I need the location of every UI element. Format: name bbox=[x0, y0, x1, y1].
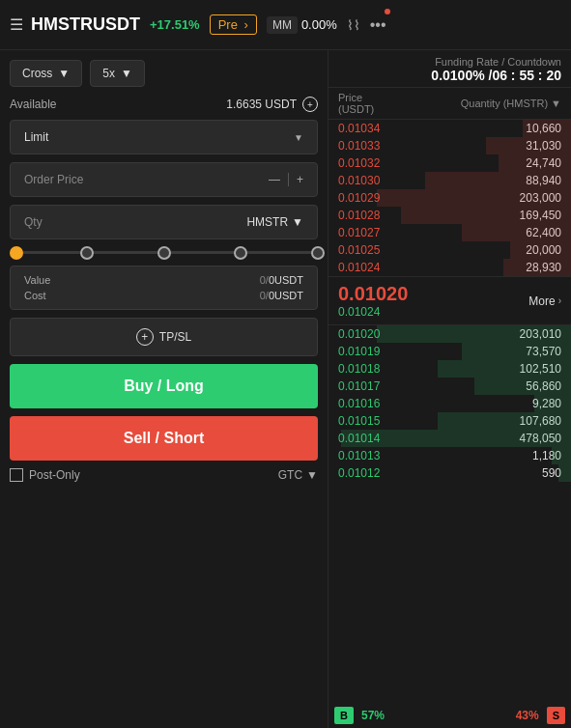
buy-price: 0.01016 bbox=[338, 397, 380, 410]
value-row: Value 0/0USDT bbox=[24, 274, 303, 286]
sell-price: 0.01027 bbox=[338, 226, 380, 239]
margin-leverage-row: Cross ▼ 5x ▼ bbox=[10, 60, 318, 87]
buy-order-row[interactable]: 0.01017 56,860 bbox=[328, 378, 571, 395]
sell-short-button[interactable]: Sell / Short bbox=[10, 416, 318, 461]
buy-order-row[interactable]: 0.01016 9,280 bbox=[328, 395, 571, 412]
trading-pair-title: HMSTRUSDT bbox=[31, 14, 140, 35]
cost-row: Cost 0/0USDT bbox=[24, 290, 303, 301]
sell-price: 0.01032 bbox=[338, 156, 380, 170]
qty-sort-icon[interactable]: ▼ bbox=[551, 98, 561, 109]
more-button[interactable]: More › bbox=[528, 294, 561, 308]
price-column-header: Price (USDT) bbox=[338, 92, 374, 115]
sell-order-row[interactable]: 0.01034 10,660 bbox=[328, 120, 571, 137]
header: ☰ HMSTRUSDT +17.51% Pre › MM 0.00% ⌇⌇ ••… bbox=[0, 0, 571, 50]
order-options-row: Post-Only GTC ▼ bbox=[10, 468, 318, 482]
buy-order-row[interactable]: 0.01013 1,180 bbox=[328, 447, 571, 464]
price-change: +17.51% bbox=[150, 17, 200, 32]
mm-badge: MM bbox=[267, 16, 298, 34]
orderbook-panel: Funding Rate / Countdown 0.0100% /06 : 5… bbox=[328, 50, 571, 728]
gtc-dropdown[interactable]: GTC ▼ bbox=[278, 468, 318, 482]
buy-sell-ratio-bar: B 57% 43% S bbox=[328, 703, 571, 728]
checkbox-icon[interactable] bbox=[10, 468, 23, 482]
sell-order-row[interactable]: 0.01025 20,000 bbox=[328, 241, 571, 259]
buy-percentage: 57% bbox=[361, 709, 385, 722]
sell-orders: 0.01034 10,660 0.01033 31,030 0.01032 24… bbox=[328, 120, 571, 276]
price-plus-icon[interactable]: + bbox=[297, 173, 303, 186]
tpsl-button[interactable]: + TP/SL bbox=[10, 318, 318, 356]
main-layout: Cross ▼ 5x ▼ Available 1.6635 USDT + Lim… bbox=[0, 50, 571, 728]
input-divider bbox=[288, 173, 289, 186]
qty-currency-label: HMSTR bbox=[246, 215, 288, 229]
qty-column-header[interactable]: Quantity (HMSTR) ▼ bbox=[461, 92, 561, 115]
sell-order-row[interactable]: 0.01030 88,940 bbox=[328, 172, 571, 189]
cost-label: Cost bbox=[24, 290, 46, 301]
slider-tick-25[interactable] bbox=[80, 246, 94, 260]
buy-price: 0.01015 bbox=[338, 414, 380, 428]
order-type-label: Limit bbox=[24, 130, 48, 144]
leverage-arrow-icon: ▼ bbox=[121, 67, 132, 80]
more-options-icon[interactable]: ••• bbox=[370, 16, 386, 34]
qty-arrow-icon[interactable]: ▼ bbox=[292, 215, 303, 229]
buy-order-row[interactable]: 0.01014 478,050 bbox=[328, 430, 571, 447]
add-funds-button[interactable]: + bbox=[302, 97, 318, 112]
slider-tick-100[interactable] bbox=[311, 246, 325, 260]
tpsl-label: TP/SL bbox=[159, 330, 191, 344]
sell-order-row[interactable]: 0.01032 24,740 bbox=[328, 154, 571, 172]
buy-label: B bbox=[334, 707, 354, 724]
order-panel: Cross ▼ 5x ▼ Available 1.6635 USDT + Lim… bbox=[0, 50, 328, 728]
gtc-arrow-icon: ▼ bbox=[306, 468, 318, 482]
buy-price: 0.01017 bbox=[338, 379, 380, 393]
buy-price: 0.01013 bbox=[338, 449, 380, 462]
pre-badge[interactable]: Pre › bbox=[210, 14, 257, 35]
waveform-icon[interactable]: ⌇⌇ bbox=[347, 17, 360, 33]
available-balance-row: Available 1.6635 USDT + bbox=[10, 97, 318, 112]
order-type-arrow-icon: ▼ bbox=[294, 132, 303, 143]
orderbook-header: Price (USDT) Quantity (HMSTR) ▼ bbox=[328, 88, 571, 120]
amount-slider[interactable] bbox=[10, 247, 318, 258]
funding-info: Funding Rate / Countdown 0.0100% /06 : 5… bbox=[328, 50, 571, 88]
slider-tick-50[interactable] bbox=[157, 246, 171, 260]
price-minus-icon[interactable]: — bbox=[269, 173, 280, 186]
buy-order-row[interactable]: 0.01018 102,510 bbox=[328, 360, 571, 378]
mid-price-row: 0.01020 0.01024 More › bbox=[328, 276, 571, 325]
sell-percentage: 43% bbox=[516, 709, 539, 722]
funding-rate-display: 0.00% bbox=[301, 17, 337, 32]
cross-select[interactable]: Cross ▼ bbox=[10, 60, 82, 87]
tpsl-plus-icon: + bbox=[136, 328, 154, 346]
sell-order-row[interactable]: 0.01027 62,400 bbox=[328, 224, 571, 241]
buy-order-row[interactable]: 0.01015 107,680 bbox=[328, 412, 571, 430]
order-price-placeholder: Order Price bbox=[24, 173, 83, 186]
available-value: 1.6635 USDT + bbox=[226, 97, 318, 112]
sell-order-row[interactable]: 0.01029 203,000 bbox=[328, 189, 571, 207]
funding-countdown: 0.0100% /06 : 55 : 20 bbox=[338, 68, 561, 83]
order-price-field[interactable]: Order Price — + bbox=[10, 162, 318, 197]
sell-order-row[interactable]: 0.01033 31,030 bbox=[328, 137, 571, 154]
quantity-field[interactable]: Qty HMSTR ▼ bbox=[10, 205, 318, 239]
buy-orders: 0.01020 203,010 0.01019 73,570 0.01018 1… bbox=[328, 325, 571, 482]
post-only-label: Post-Only bbox=[29, 468, 80, 482]
buy-long-button[interactable]: Buy / Long bbox=[10, 364, 318, 408]
sell-price: 0.01025 bbox=[338, 243, 380, 257]
sell-order-row[interactable]: 0.01024 28,930 bbox=[328, 259, 571, 276]
value-amount: 0/0USDT bbox=[260, 274, 303, 286]
sell-order-row[interactable]: 0.01028 169,450 bbox=[328, 207, 571, 224]
buy-price: 0.01012 bbox=[338, 466, 380, 480]
post-only-checkbox[interactable]: Post-Only bbox=[10, 468, 80, 482]
cost-amount: 0/0USDT bbox=[260, 290, 303, 301]
leverage-select[interactable]: 5x ▼ bbox=[90, 60, 145, 87]
buy-price: 0.01019 bbox=[338, 345, 380, 358]
mid-price: 0.01020 bbox=[338, 283, 408, 305]
sell-price: 0.01024 bbox=[338, 261, 380, 274]
menu-icon[interactable]: ☰ bbox=[10, 15, 23, 34]
buy-order-row[interactable]: 0.01019 73,570 bbox=[328, 343, 571, 360]
buy-order-row[interactable]: 0.01020 203,010 bbox=[328, 325, 571, 343]
funding-label: Funding Rate / Countdown bbox=[338, 56, 561, 68]
sell-price: 0.01029 bbox=[338, 191, 380, 205]
slider-handle[interactable] bbox=[10, 246, 23, 260]
slider-tick-75[interactable] bbox=[234, 246, 247, 260]
buy-order-row[interactable]: 0.01012 590 bbox=[328, 464, 571, 482]
sub-price: 0.01024 bbox=[338, 305, 408, 319]
order-type-dropdown[interactable]: Limit ▼ bbox=[10, 120, 318, 154]
qty-placeholder: Qty bbox=[24, 215, 43, 229]
cross-arrow-icon: ▼ bbox=[58, 67, 70, 80]
